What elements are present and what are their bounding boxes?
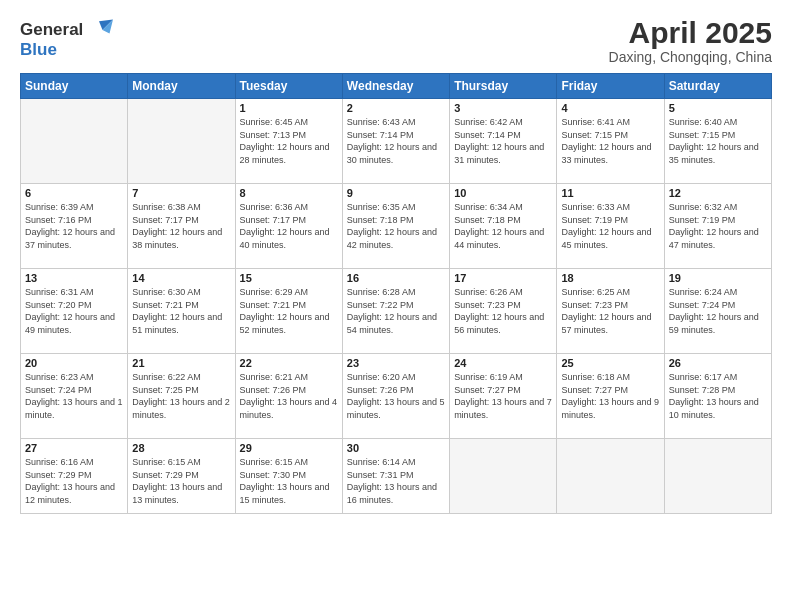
day-info: Sunrise: 6:16 AMSunset: 7:29 PMDaylight:… (25, 456, 123, 506)
day-number: 24 (454, 357, 552, 369)
day-info: Sunrise: 6:45 AMSunset: 7:13 PMDaylight:… (240, 116, 338, 166)
day-info: Sunrise: 6:31 AMSunset: 7:20 PMDaylight:… (25, 286, 123, 336)
page: General Blue April 2025 Daxing, Chongqin… (0, 0, 792, 612)
calendar-cell: 28Sunrise: 6:15 AMSunset: 7:29 PMDayligh… (128, 439, 235, 514)
weekday-header-tuesday: Tuesday (235, 74, 342, 99)
calendar-table: SundayMondayTuesdayWednesdayThursdayFrid… (20, 73, 772, 514)
day-info: Sunrise: 6:14 AMSunset: 7:31 PMDaylight:… (347, 456, 445, 506)
calendar-cell: 29Sunrise: 6:15 AMSunset: 7:30 PMDayligh… (235, 439, 342, 514)
day-number: 7 (132, 187, 230, 199)
day-number: 25 (561, 357, 659, 369)
calendar-cell: 6Sunrise: 6:39 AMSunset: 7:16 PMDaylight… (21, 184, 128, 269)
day-number: 18 (561, 272, 659, 284)
day-info: Sunrise: 6:15 AMSunset: 7:29 PMDaylight:… (132, 456, 230, 506)
day-number: 2 (347, 102, 445, 114)
day-number: 13 (25, 272, 123, 284)
day-number: 4 (561, 102, 659, 114)
calendar-cell: 1Sunrise: 6:45 AMSunset: 7:13 PMDaylight… (235, 99, 342, 184)
day-info: Sunrise: 6:39 AMSunset: 7:16 PMDaylight:… (25, 201, 123, 251)
calendar-cell: 12Sunrise: 6:32 AMSunset: 7:19 PMDayligh… (664, 184, 771, 269)
day-info: Sunrise: 6:28 AMSunset: 7:22 PMDaylight:… (347, 286, 445, 336)
day-info: Sunrise: 6:24 AMSunset: 7:24 PMDaylight:… (669, 286, 767, 336)
day-number: 12 (669, 187, 767, 199)
day-number: 29 (240, 442, 338, 454)
day-info: Sunrise: 6:30 AMSunset: 7:21 PMDaylight:… (132, 286, 230, 336)
calendar-cell (21, 99, 128, 184)
day-number: 14 (132, 272, 230, 284)
day-number: 28 (132, 442, 230, 454)
weekday-header-row: SundayMondayTuesdayWednesdayThursdayFrid… (21, 74, 772, 99)
day-info: Sunrise: 6:38 AMSunset: 7:17 PMDaylight:… (132, 201, 230, 251)
weekday-header-monday: Monday (128, 74, 235, 99)
calendar-cell: 24Sunrise: 6:19 AMSunset: 7:27 PMDayligh… (450, 354, 557, 439)
day-number: 17 (454, 272, 552, 284)
calendar-cell: 25Sunrise: 6:18 AMSunset: 7:27 PMDayligh… (557, 354, 664, 439)
location-subtitle: Daxing, Chongqing, China (609, 49, 772, 65)
calendar-cell: 13Sunrise: 6:31 AMSunset: 7:20 PMDayligh… (21, 269, 128, 354)
day-info: Sunrise: 6:34 AMSunset: 7:18 PMDaylight:… (454, 201, 552, 251)
logo: General Blue (20, 16, 113, 60)
weekday-header-sunday: Sunday (21, 74, 128, 99)
day-info: Sunrise: 6:19 AMSunset: 7:27 PMDaylight:… (454, 371, 552, 421)
calendar-cell (128, 99, 235, 184)
day-info: Sunrise: 6:32 AMSunset: 7:19 PMDaylight:… (669, 201, 767, 251)
weekday-header-thursday: Thursday (450, 74, 557, 99)
calendar-cell: 27Sunrise: 6:16 AMSunset: 7:29 PMDayligh… (21, 439, 128, 514)
day-number: 6 (25, 187, 123, 199)
day-number: 5 (669, 102, 767, 114)
day-number: 11 (561, 187, 659, 199)
calendar-cell: 2Sunrise: 6:43 AMSunset: 7:14 PMDaylight… (342, 99, 449, 184)
day-number: 19 (669, 272, 767, 284)
calendar-cell: 22Sunrise: 6:21 AMSunset: 7:26 PMDayligh… (235, 354, 342, 439)
day-info: Sunrise: 6:17 AMSunset: 7:28 PMDaylight:… (669, 371, 767, 421)
day-info: Sunrise: 6:40 AMSunset: 7:15 PMDaylight:… (669, 116, 767, 166)
calendar-cell: 16Sunrise: 6:28 AMSunset: 7:22 PMDayligh… (342, 269, 449, 354)
day-info: Sunrise: 6:18 AMSunset: 7:27 PMDaylight:… (561, 371, 659, 421)
calendar-cell: 11Sunrise: 6:33 AMSunset: 7:19 PMDayligh… (557, 184, 664, 269)
logo-general-text: General (20, 20, 83, 40)
day-info: Sunrise: 6:36 AMSunset: 7:17 PMDaylight:… (240, 201, 338, 251)
calendar-week-1: 1Sunrise: 6:45 AMSunset: 7:13 PMDaylight… (21, 99, 772, 184)
calendar-cell: 7Sunrise: 6:38 AMSunset: 7:17 PMDaylight… (128, 184, 235, 269)
calendar-cell: 18Sunrise: 6:25 AMSunset: 7:23 PMDayligh… (557, 269, 664, 354)
calendar-cell: 19Sunrise: 6:24 AMSunset: 7:24 PMDayligh… (664, 269, 771, 354)
day-number: 15 (240, 272, 338, 284)
day-info: Sunrise: 6:35 AMSunset: 7:18 PMDaylight:… (347, 201, 445, 251)
day-info: Sunrise: 6:22 AMSunset: 7:25 PMDaylight:… (132, 371, 230, 421)
calendar-cell: 20Sunrise: 6:23 AMSunset: 7:24 PMDayligh… (21, 354, 128, 439)
day-info: Sunrise: 6:41 AMSunset: 7:15 PMDaylight:… (561, 116, 659, 166)
day-number: 30 (347, 442, 445, 454)
day-number: 27 (25, 442, 123, 454)
calendar-week-5: 27Sunrise: 6:16 AMSunset: 7:29 PMDayligh… (21, 439, 772, 514)
title-block: April 2025 Daxing, Chongqing, China (609, 16, 772, 65)
day-info: Sunrise: 6:15 AMSunset: 7:30 PMDaylight:… (240, 456, 338, 506)
day-number: 21 (132, 357, 230, 369)
calendar-cell: 15Sunrise: 6:29 AMSunset: 7:21 PMDayligh… (235, 269, 342, 354)
month-title: April 2025 (609, 16, 772, 49)
calendar-cell: 17Sunrise: 6:26 AMSunset: 7:23 PMDayligh… (450, 269, 557, 354)
logo-bird-icon (85, 16, 113, 44)
calendar-cell: 3Sunrise: 6:42 AMSunset: 7:14 PMDaylight… (450, 99, 557, 184)
day-number: 20 (25, 357, 123, 369)
header: General Blue April 2025 Daxing, Chongqin… (20, 16, 772, 65)
day-number: 10 (454, 187, 552, 199)
calendar-cell: 30Sunrise: 6:14 AMSunset: 7:31 PMDayligh… (342, 439, 449, 514)
calendar-week-3: 13Sunrise: 6:31 AMSunset: 7:20 PMDayligh… (21, 269, 772, 354)
day-number: 26 (669, 357, 767, 369)
day-number: 16 (347, 272, 445, 284)
day-number: 22 (240, 357, 338, 369)
day-number: 9 (347, 187, 445, 199)
day-info: Sunrise: 6:33 AMSunset: 7:19 PMDaylight:… (561, 201, 659, 251)
calendar-cell: 14Sunrise: 6:30 AMSunset: 7:21 PMDayligh… (128, 269, 235, 354)
day-info: Sunrise: 6:23 AMSunset: 7:24 PMDaylight:… (25, 371, 123, 421)
calendar-cell: 23Sunrise: 6:20 AMSunset: 7:26 PMDayligh… (342, 354, 449, 439)
day-info: Sunrise: 6:42 AMSunset: 7:14 PMDaylight:… (454, 116, 552, 166)
calendar-cell (664, 439, 771, 514)
day-number: 23 (347, 357, 445, 369)
day-number: 1 (240, 102, 338, 114)
calendar-week-4: 20Sunrise: 6:23 AMSunset: 7:24 PMDayligh… (21, 354, 772, 439)
day-number: 3 (454, 102, 552, 114)
calendar-cell: 5Sunrise: 6:40 AMSunset: 7:15 PMDaylight… (664, 99, 771, 184)
day-info: Sunrise: 6:21 AMSunset: 7:26 PMDaylight:… (240, 371, 338, 421)
day-info: Sunrise: 6:43 AMSunset: 7:14 PMDaylight:… (347, 116, 445, 166)
